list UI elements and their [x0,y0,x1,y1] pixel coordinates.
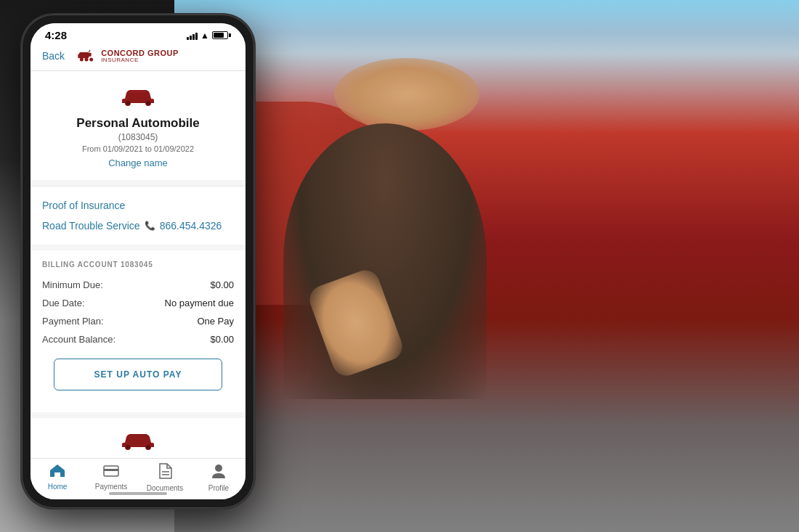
payments-icon [103,463,119,481]
billing-row-due-date: Due Date: No payment due [42,294,234,312]
documents-icon [158,463,172,483]
bg-main [174,0,799,532]
car-icon-area [42,86,234,110]
payment-plan-value: One Pay [197,316,234,327]
setup-autopay-button[interactable]: SET UP AUTO PAY [54,359,222,390]
change-name-link[interactable]: Change name [42,157,234,168]
links-section: Proof of Insurance Road Trouble Service … [31,186,246,245]
billing-row-payment-plan: Payment Plan: One Pay [42,312,234,330]
svg-point-15 [215,465,222,472]
road-trouble-link[interactable]: Road Trouble Service 📞 866.454.4326 [42,216,234,236]
policy-section: Personal Automobile (1083045) From 01/09… [31,71,246,180]
car-icon [119,86,157,107]
minimum-due-value: $0.00 [210,279,234,290]
nav-home[interactable]: Home [31,463,84,492]
profile-label: Profile [208,484,229,492]
billing-row-account-balance: Account Balance: $0.00 [42,330,234,348]
nav-payments[interactable]: Payments [84,463,138,492]
svg-point-6 [89,58,93,62]
status-time: 4:28 [45,29,67,41]
status-bar: 4:28 ▲ [31,23,246,44]
svg-point-2 [80,58,84,62]
billing-row-minimum-due: Minimum Due: $0.00 [42,276,234,294]
payment-plan-label: Payment Plan: [42,316,104,327]
logo-sub: INSURANCE [101,57,179,63]
main-content: Personal Automobile (1083045) From 01/09… [31,71,246,482]
policy-title: Personal Automobile [42,116,234,131]
proof-of-insurance-link[interactable]: Proof of Insurance [42,195,234,216]
svg-point-3 [85,58,89,62]
phone-screen: 4:28 ▲ [31,23,246,499]
svg-point-9 [126,445,130,449]
due-date-value: No payment due [165,298,234,308]
battery-icon [212,31,231,39]
svg-rect-12 [104,469,118,471]
svg-line-5 [89,50,90,52]
svg-point-8 [146,101,150,105]
wifi-icon: ▲ [200,30,209,41]
logo-text: CONCORD GROUP INSURANCE [101,49,179,63]
app-header: Back CONCORD GROUP INSURANCE [31,44,246,71]
profile-icon [211,463,226,483]
logo: CONCORD GROUP INSURANCE [76,49,179,63]
payments-label: Payments [95,483,127,491]
svg-rect-4 [86,53,92,57]
signal-icon [187,31,198,40]
phone-icon: 📞 [145,221,155,231]
phone-frame: 4:28 ▲ [22,15,254,508]
due-date-label: Due Date: [42,298,85,308]
policy-dates: From 01/09/2021 to 01/09/2022 [42,144,234,153]
logo-icon [76,49,97,63]
home-icon [49,463,65,481]
svg-rect-1 [78,54,80,59]
road-trouble-label: Road Trouble Service [42,220,140,232]
nav-documents[interactable]: Documents [138,463,192,492]
svg-point-10 [146,445,150,449]
second-policy-section [31,418,246,463]
home-indicator [109,492,167,495]
nav-profile[interactable]: Profile [192,463,246,492]
back-button[interactable]: Back [42,50,65,62]
billing-section: BILLING ACCOUNT 1083045 Minimum Due: $0.… [31,250,246,412]
road-trouble-phone: 866.454.4326 [160,220,222,232]
second-car-icon [119,430,157,451]
policy-number: (1083045) [42,132,234,142]
logo-name: CONCORD GROUP [101,49,179,57]
phone-device: 4:28 ▲ [22,15,254,508]
account-balance-label: Account Balance: [42,334,115,345]
home-label: Home [48,483,68,491]
status-icons: ▲ [187,30,231,41]
svg-point-7 [126,101,130,105]
account-balance-value: $0.00 [210,334,234,345]
proof-of-insurance-label: Proof of Insurance [42,200,125,211]
documents-label: Documents [147,484,184,492]
minimum-due-label: Minimum Due: [42,279,103,290]
billing-title: BILLING ACCOUNT 1083045 [42,261,234,269]
